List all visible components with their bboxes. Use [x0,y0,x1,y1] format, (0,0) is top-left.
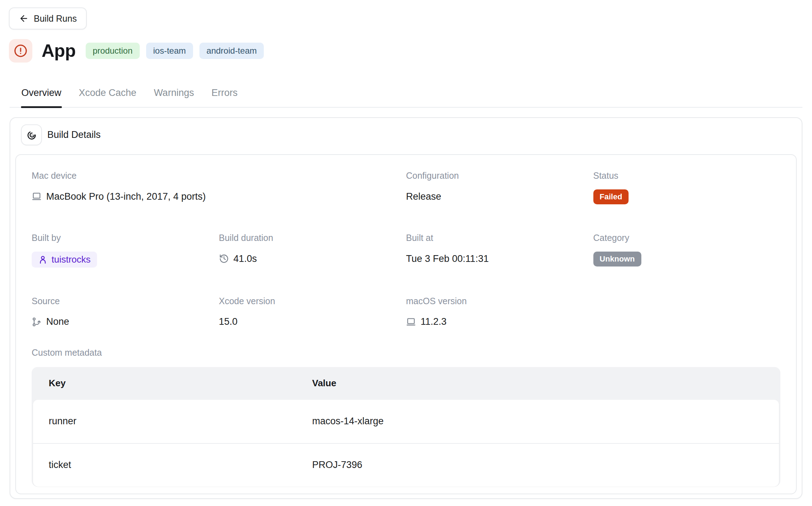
tab-warnings[interactable]: Warnings [154,85,194,107]
field-configuration: Configuration Release [406,171,593,204]
tab-xcode-cache[interactable]: Xcode Cache [79,85,137,107]
field-built-at: Built at Tue 3 Feb 00:11:31 [406,233,593,268]
metadata-key: runner [49,416,312,427]
laptop-icon [406,317,416,327]
spiral-icon [26,130,37,140]
field-label: Xcode version [219,296,406,306]
table-body: runner macos-14-xlarge ticket PROJ-7396 [33,400,779,486]
table-row: ticket PROJ-7396 [33,443,779,486]
field-label: macOS version [406,296,593,306]
metadata-value: PROJ-7396 [312,459,779,470]
field-label: Configuration [406,171,593,181]
app-badges: production ios-team android-team [86,43,264,59]
tab-overview[interactable]: Overview [21,85,62,107]
git-branch-icon [32,317,42,327]
field-label: Source [32,296,219,306]
user-icon [38,255,48,264]
field-xcode-version: Xcode version 15.0 [219,296,406,329]
clock-history-icon [219,254,229,264]
custom-metadata-table: Key Value runner macos-14-xlarge ticket … [32,367,780,486]
built-by-badge[interactable]: tuistrocks [32,252,97,268]
fields-grid: Mac device MacBook Pro (13-inch, 2017, 4… [32,171,780,329]
field-status: Status Failed [593,171,781,204]
back-button-label: Build Runs [34,14,77,24]
field-value: None [46,316,69,327]
app-header: App production ios-team android-team [9,39,803,63]
build-details-icon-button[interactable] [21,124,42,145]
tab-errors[interactable]: Errors [211,85,238,107]
field-build-duration: Build duration 41.0s [219,233,406,268]
field-macos-version: macOS version 11.2.3 [406,296,593,329]
app-status-tile [9,39,32,63]
arrow-left-icon [19,14,29,23]
laptop-icon [32,192,42,201]
badge-android-team: android-team [199,43,264,59]
field-label: Build duration [219,233,406,243]
field-category: Category Unknown [593,233,781,268]
field-label: Category [593,233,781,243]
back-to-build-runs-button[interactable]: Build Runs [9,7,87,29]
column-header-value: Value [312,378,780,389]
build-details-card: Build Details Mac device MacBook Pro (13… [10,117,802,499]
tab-bar: Overview Xcode Cache Warnings Errors [10,85,802,108]
metadata-key: ticket [49,459,312,470]
build-details-header: Build Details [15,124,797,145]
alert-circle-icon [14,44,27,58]
category-badge: Unknown [593,252,641,267]
field-value: 11.2.3 [421,316,447,327]
field-label: Mac device [32,171,406,181]
table-row: runner macos-14-xlarge [33,400,779,443]
metadata-value: macos-14-xlarge [312,416,779,427]
card-title: Build Details [47,129,101,140]
field-label: Built by [32,233,219,243]
badge-production: production [86,43,140,59]
field-label: Status [593,171,781,181]
field-value: 15.0 [219,316,238,327]
column-header-key: Key [49,378,312,389]
field-value: 41.0s [234,253,257,264]
status-badge: Failed [593,189,629,204]
field-mac-device: Mac device MacBook Pro (13-inch, 2017, 4… [32,171,406,204]
field-value: MacBook Pro (13-inch, 2017, 4 ports) [46,191,206,202]
build-details-panel: Mac device MacBook Pro (13-inch, 2017, 4… [15,154,797,494]
field-value: Tue 3 Feb 00:11:31 [406,253,489,264]
field-value: Release [406,191,441,202]
field-label: Built at [406,233,593,243]
custom-metadata-label: Custom metadata [32,348,780,358]
badge-ios-team: ios-team [146,43,193,59]
field-built-by: Built by tuistrocks [32,233,219,268]
table-header-row: Key Value [32,367,780,400]
built-by-username: tuistrocks [52,254,91,265]
page-title: App [42,41,76,61]
field-source: Source None [32,296,219,329]
